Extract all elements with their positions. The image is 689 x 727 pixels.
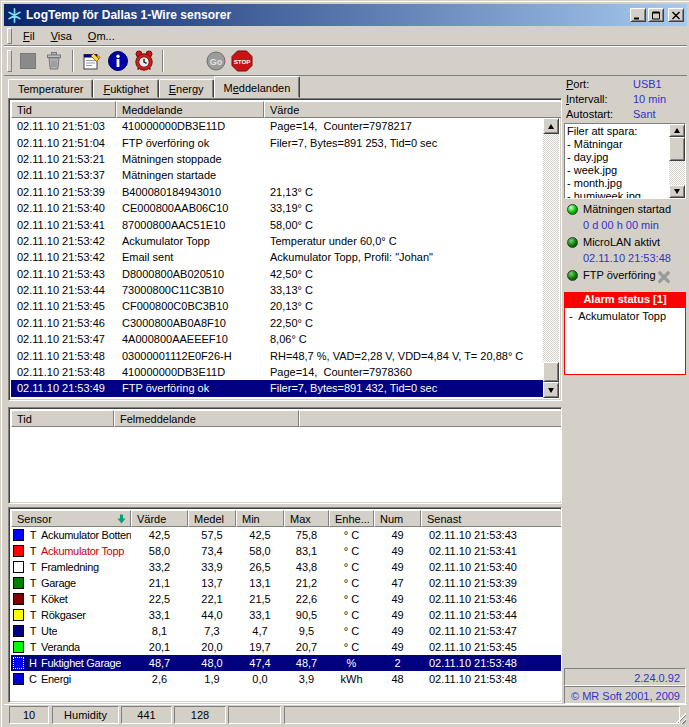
sensor-row[interactable]: CEnergi2,61,90,03,9kWh4802.11.10 21:53:4… — [11, 671, 561, 687]
message-table-scrollbar[interactable] — [543, 118, 559, 398]
stop-logging-button[interactable]: STOP — [229, 49, 255, 73]
statusbar-panel-0: 10 — [9, 706, 49, 724]
sensor-row[interactable]: TFramledning33,233,926,543,8° C4902.11.1… — [11, 559, 561, 575]
sensor-cell-max: 75,8 — [284, 527, 329, 543]
sensor-row[interactable]: HFuktighet Garage48,748,047,448,7%202.11… — [11, 655, 561, 671]
column-header-vrde[interactable]: Värde — [131, 510, 188, 527]
sensor-row[interactable]: TAckumulator Botten42,557,542,575,8° C49… — [11, 527, 561, 543]
delete-button[interactable] — [41, 49, 67, 73]
message-row[interactable]: 02.11.10 21:53:474A000800AAEEEF108,06° C — [11, 331, 547, 347]
info-button[interactable] — [105, 49, 131, 73]
scrollbar-thumb[interactable] — [669, 137, 685, 161]
sensor-row[interactable]: TVeranda20,120,019,720,7° C4902.11.10 21… — [11, 639, 561, 655]
sensor-name-label: Garage — [41, 577, 76, 589]
message-cell-meddelande: B400080184943010 — [116, 184, 264, 200]
message-row[interactable]: 02.11.10 21:51:04FTP överföring okFiler=… — [11, 134, 547, 150]
tab-fuktighet[interactable]: Fuktighet — [93, 79, 158, 98]
message-cell-varde: Ackumulator Topp, Profil: "Johan" — [264, 249, 547, 265]
column-header-Felmeddelande[interactable]: Felmeddelande — [114, 410, 299, 427]
column-header-senast[interactable]: Senast — [421, 510, 562, 527]
sensor-cell-enhet: ° C — [329, 543, 374, 559]
sensor-row[interactable]: TGarage21,113,713,121,2° C4702.11.10 21:… — [11, 575, 561, 591]
maximize-button[interactable] — [648, 8, 664, 22]
sensor-name-label: Energi — [41, 673, 71, 685]
message-row[interactable]: 02.11.10 21:53:42Ackumulator ToppTempera… — [11, 233, 547, 249]
properties-button[interactable] — [79, 49, 105, 73]
file-item: - week.jpg — [567, 164, 668, 177]
minimize-button[interactable] — [630, 8, 646, 22]
menu-item-fil[interactable]: Fil — [15, 27, 43, 45]
scrollbar-track[interactable] — [543, 118, 559, 398]
column-header-Meddelande[interactable]: Meddelande — [116, 101, 264, 118]
message-row[interactable]: 02.11.10 21:53:49FTP överföring okFiler=… — [11, 380, 547, 396]
sensor-table: SensorVärdeMedelMinMaxEnhe...NumSenast T… — [8, 507, 562, 703]
message-row[interactable]: 02.11.10 21:53:42Email sentAckumulator T… — [11, 249, 547, 265]
column-header-Tid[interactable]: Tid — [11, 101, 116, 118]
message-row[interactable]: 02.11.10 21:53:4473000800C11C3B1033,13° … — [11, 282, 547, 298]
column-header-sensor[interactable]: Sensor — [11, 510, 131, 527]
scroll-up-button[interactable] — [543, 118, 559, 134]
column-header-num[interactable]: Num — [374, 510, 421, 527]
message-row[interactable]: 02.11.10 21:53:4187000800AAC51E1058,00° … — [11, 216, 547, 232]
sensor-cell-medel: 1,9 — [188, 671, 236, 687]
alarm-settings-button[interactable] — [131, 49, 157, 73]
scroll-down-button[interactable] — [543, 382, 559, 398]
close-button[interactable] — [668, 8, 684, 22]
error-table-header: TidFelmeddelande — [11, 410, 559, 427]
sensor-cell-name: HFuktighet Garage — [11, 655, 131, 671]
message-row[interactable]: 02.11.10 21:53:45CF000800C0BC3B1020,13° … — [11, 298, 547, 314]
sensor-row[interactable]: TRökgaser33,144,033,190,5° C4902.11.10 2… — [11, 607, 561, 623]
column-header-medel[interactable]: Medel — [188, 510, 236, 527]
dismiss-alarm-button[interactable] — [656, 267, 674, 285]
sensor-row[interactable]: TAckumulator Topp58,073,458,083,1° C4902… — [11, 543, 561, 559]
column-header-enhe[interactable]: Enhe... — [329, 510, 374, 527]
stop-measurement-button[interactable] — [15, 49, 41, 73]
sensor-type-letter: T — [27, 561, 39, 573]
scrollbar-thumb[interactable] — [543, 362, 559, 382]
column-header-blank[interactable] — [299, 410, 562, 427]
sort-descending-icon[interactable] — [117, 514, 126, 524]
files-list: Filer att spara:- Mätningar- day.jpg- we… — [567, 125, 668, 199]
sensor-row[interactable]: TKöket22,522,121,522,6° C4902.11.10 21:5… — [11, 591, 561, 607]
message-row[interactable]: 02.11.10 21:53:4803000001112E0F26-HRH=48… — [11, 347, 547, 363]
message-row[interactable]: 02.11.10 21:53:40CE000800AAB06C1033,19° … — [11, 200, 547, 216]
tab-temperaturer[interactable]: Temperaturer — [8, 79, 93, 98]
scroll-up-button[interactable] — [669, 124, 685, 137]
sensor-cell-varde: 58,0 — [131, 543, 188, 559]
column-header-Tid[interactable]: Tid — [11, 410, 114, 427]
column-header-min[interactable]: Min — [236, 510, 284, 527]
tab-energy[interactable]: Energy — [159, 79, 214, 98]
sensor-cell-senast: 02.11.10 21:53:47 — [421, 623, 561, 639]
column-header-max[interactable]: Max — [284, 510, 329, 527]
menu-item-om[interactable]: Om... — [80, 27, 123, 45]
stop-square-icon — [17, 50, 39, 72]
sensor-cell-medel: 22,1 — [188, 591, 236, 607]
files-scrollbar[interactable] — [669, 124, 685, 198]
sensor-cell-enhet: ° C — [329, 527, 374, 543]
message-cell-meddelande: D8000800AB020510 — [116, 266, 264, 282]
message-table-header: TidMeddelandeVärde — [11, 101, 559, 118]
scroll-down-button[interactable] — [669, 185, 685, 198]
window-title: LogTemp för Dallas 1-Wire sensorer — [26, 8, 628, 22]
measurement-started-led — [567, 204, 578, 215]
tab-meddelanden[interactable]: Meddelanden — [214, 76, 301, 98]
files-to-save-box[interactable]: Filer att spara:- Mätningar- day.jpg- we… — [564, 123, 686, 199]
snowflake-icon — [7, 8, 22, 23]
sensor-type-letter: H — [27, 657, 39, 669]
message-row[interactable]: 02.11.10 21:53:48410000000DB3E11DPage=14… — [11, 364, 547, 380]
column-header-Värde[interactable]: Värde — [264, 101, 562, 118]
message-row[interactable]: 02.11.10 21:53:21Mätningen stoppade — [11, 151, 547, 167]
message-cell-tid: 02.11.10 21:53:43 — [11, 266, 116, 282]
message-row[interactable]: 02.11.10 21:53:37Mätningen startade — [11, 167, 547, 183]
sensor-row[interactable]: TUte8,17,34,79,5° C4902.11.10 21:53:47 — [11, 623, 561, 639]
message-row[interactable]: 02.11.10 21:53:43D8000800AB02051042,50° … — [11, 266, 547, 282]
message-row[interactable]: 02.11.10 21:53:39B40008018494301021,13° … — [11, 184, 547, 200]
sensor-cell-max: 9,5 — [284, 623, 329, 639]
sensor-cell-min: 33,1 — [236, 607, 284, 623]
menu-item-visa[interactable]: Visa — [43, 27, 80, 45]
sensor-type-letter: T — [27, 577, 39, 589]
message-row[interactable]: 02.11.10 21:53:46C3000800AB0A8F1022,50° … — [11, 315, 547, 331]
message-row[interactable]: 02.11.10 21:51:03410000000DB3E11DPage=14… — [11, 118, 547, 134]
go-button[interactable]: Go — [203, 49, 229, 73]
message-cell-tid: 02.11.10 21:53:21 — [11, 151, 116, 167]
